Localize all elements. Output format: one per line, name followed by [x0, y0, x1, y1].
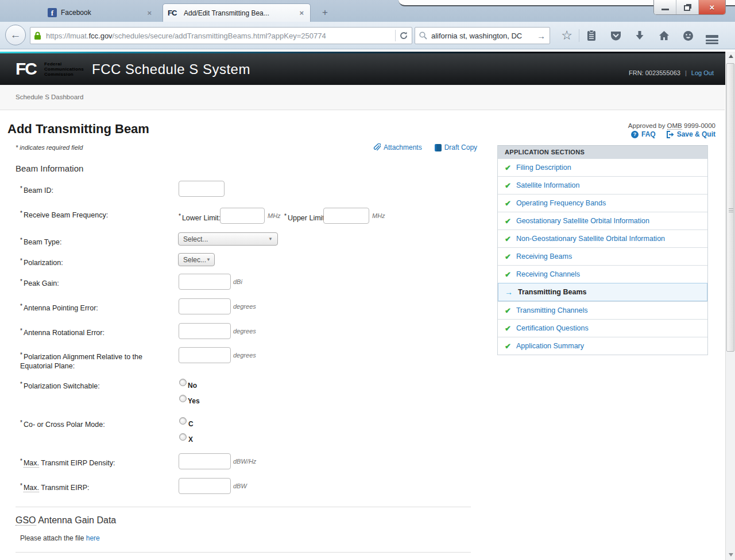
- sidebar-item-certification-questions[interactable]: ✔ Certification Questions: [498, 319, 707, 337]
- save-quit-link[interactable]: Save & Quit: [666, 130, 715, 138]
- new-tab-button[interactable]: +: [317, 6, 333, 20]
- antenna-pointing-error-unit: degrees: [233, 303, 256, 310]
- chevron-down-icon: ▼: [268, 236, 273, 242]
- polarization-switchable-yes-radio[interactable]: [179, 395, 187, 402]
- polarization-switchable-label: *Polarization Switchable:: [20, 380, 169, 391]
- scroll-down-button[interactable]: [726, 550, 735, 559]
- download-icon[interactable]: [628, 30, 652, 41]
- antenna-pointing-error-label: *Antenna Pointing Error:: [20, 302, 169, 313]
- search-go-icon[interactable]: →: [537, 31, 546, 41]
- check-icon: ✔: [505, 252, 511, 261]
- beam-type-label: *Beam Type:: [20, 236, 169, 247]
- search-icon: [419, 32, 427, 40]
- max-eirp-density-label: *Max. Transmit EIRP Density:: [20, 457, 169, 468]
- lower-limit-unit: MHz: [268, 212, 281, 219]
- minimize-button[interactable]: [654, 0, 676, 14]
- page-scrollbar[interactable]: [725, 52, 735, 560]
- omb-abbr: OMB: [667, 122, 682, 130]
- sidebar-item-transmitting-beams-current[interactable]: → Transmitting Beams: [498, 283, 707, 301]
- check-icon: ✔: [505, 164, 511, 172]
- attach-file-here-link[interactable]: here: [86, 534, 100, 542]
- polarization-switchable-no-radio[interactable]: [179, 379, 187, 386]
- antenna-rotational-error-input[interactable]: [179, 323, 231, 339]
- menu-hamburger-icon[interactable]: [700, 33, 724, 38]
- bookmarks-menu-icon[interactable]: [579, 30, 604, 41]
- sidebar-item-application-summary[interactable]: ✔ Application Summary: [498, 337, 707, 355]
- attachments-link[interactable]: Attachments: [373, 143, 422, 151]
- max-eirp-density-unit: dBW/Hz: [233, 458, 256, 465]
- sidebar-item-receiving-channels[interactable]: ✔ Receiving Channels: [498, 265, 707, 283]
- polarization-alignment-input[interactable]: [179, 347, 231, 363]
- reload-icon[interactable]: [399, 31, 408, 40]
- logout-link[interactable]: Log Out: [691, 69, 714, 76]
- scrollbar-thumb[interactable]: [726, 63, 734, 352]
- section-divider: [16, 552, 471, 553]
- draft-copy-link[interactable]: Draft Copy: [435, 143, 477, 151]
- sidebar-item-non-geostationary-orbital-info[interactable]: ✔ Non-Geostationary Satellite Orbital In…: [498, 230, 707, 247]
- radio-label-c[interactable]: C: [188, 420, 194, 428]
- antenna-rotational-error-unit: degrees: [233, 328, 256, 335]
- beam-id-input[interactable]: [179, 181, 225, 197]
- check-icon: ✔: [505, 306, 511, 315]
- hello-smiley-icon[interactable]: [676, 30, 700, 41]
- tab-close-icon[interactable]: ×: [145, 9, 153, 17]
- facebook-icon: f: [48, 8, 57, 17]
- max-eirp-input[interactable]: [179, 478, 231, 494]
- back-button[interactable]: ←: [5, 25, 26, 45]
- polar-mode-c-radio[interactable]: [179, 417, 187, 425]
- upper-limit-input[interactable]: [323, 208, 369, 224]
- antenna-pointing-error-input[interactable]: [179, 298, 231, 314]
- paperclip-icon: [373, 143, 381, 151]
- upper-limit-unit: MHz: [372, 212, 385, 219]
- fcc-logo[interactable]: FC Federal Communications Commission: [16, 59, 84, 79]
- upper-limit-label: *Upper Limit:: [284, 212, 327, 223]
- lower-limit-input[interactable]: [220, 208, 265, 224]
- breadcrumb[interactable]: Schedule S Dashboard: [16, 94, 83, 100]
- peak-gain-input[interactable]: [179, 274, 231, 290]
- scroll-up-button[interactable]: [726, 52, 735, 61]
- sidebar-item-operating-frequency-bands[interactable]: ✔ Operating Frequency Bands: [498, 194, 707, 212]
- radio-label-yes[interactable]: Yes: [188, 397, 200, 405]
- sidebar-item-satellite-information[interactable]: ✔ Satellite Information: [498, 176, 707, 194]
- sidebar-item-transmitting-channels[interactable]: ✔ Transmitting Channels: [498, 301, 707, 319]
- sidebar-item-filing-description[interactable]: ✔ Filing Description: [498, 158, 707, 176]
- radio-label-no[interactable]: No: [188, 382, 197, 390]
- arrow-up-icon: [729, 55, 733, 58]
- polarization-alignment-unit: degrees: [233, 352, 256, 359]
- max-eirp-density-input[interactable]: [179, 453, 231, 469]
- frn-label: FRN: 0023555063: [629, 69, 680, 76]
- chevron-down-icon: ▼: [206, 257, 211, 262]
- question-circle-icon: ?: [631, 131, 639, 138]
- search-bar[interactable]: alifornia st, washington, DC →: [415, 27, 550, 44]
- url-bar[interactable]: https://lmuat.fcc.gov/schedules/secure/a…: [30, 27, 412, 44]
- search-input-text[interactable]: alifornia st, washington, DC: [431, 32, 537, 40]
- sidebar-item-receiving-beams[interactable]: ✔ Receiving Beams: [498, 247, 707, 265]
- beam-type-select[interactable]: Select... ▼: [178, 232, 278, 246]
- polarization-select[interactable]: Selec... ▼: [178, 253, 215, 266]
- radio-label-x[interactable]: X: [188, 435, 193, 444]
- polar-mode-x-radio[interactable]: [179, 433, 187, 441]
- tab-close-icon[interactable]: ×: [297, 9, 305, 17]
- tab-facebook[interactable]: f Facebook ×: [43, 3, 158, 22]
- home-icon[interactable]: [652, 30, 676, 41]
- section-divider: [16, 507, 471, 507]
- tab-title: Facebook: [61, 9, 145, 17]
- receive-beam-frequency-label: *Receive Beam Frequency:: [20, 209, 169, 220]
- faq-link[interactable]: ? FAQ: [631, 130, 656, 138]
- window-controls: ×: [653, 0, 726, 15]
- current-arrow-icon: →: [505, 287, 513, 297]
- breadcrumb-bar: [0, 85, 725, 110]
- pocket-icon[interactable]: [604, 30, 628, 41]
- sidebar-item-geostationary-orbital-info[interactable]: ✔ Geostationary Satellite Orbital Inform…: [498, 212, 707, 230]
- tab-add-edit-transmitting-beams[interactable]: FC Add/Edit Transmitting Bea... ×: [163, 3, 311, 22]
- bookmark-star-icon[interactable]: ☆: [555, 29, 579, 42]
- check-icon: ✔: [505, 199, 511, 208]
- frn-area: FRN: 0023555063 | Log Out: [629, 69, 714, 76]
- restore-icon: [684, 5, 690, 11]
- restore-button[interactable]: [676, 0, 699, 14]
- arrow-down-icon: [729, 553, 733, 557]
- check-icon: ✔: [505, 181, 511, 190]
- close-button[interactable]: ×: [699, 0, 725, 14]
- max-eirp-unit: dBW: [233, 483, 247, 489]
- scrollbar-grip: [729, 208, 733, 213]
